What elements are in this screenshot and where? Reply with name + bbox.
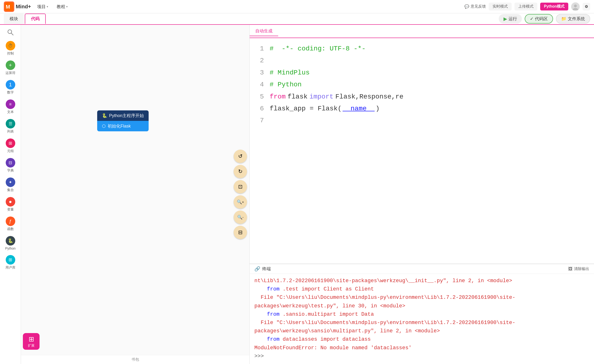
python-mode-button[interactable]: Python模式 (540, 3, 568, 10)
sidebar-item-python[interactable]: 🐍 Python (1, 234, 20, 252)
fit-button[interactable]: ⊟ (234, 226, 247, 239)
terminal-line: from .sansio.multipart import Data (254, 310, 589, 318)
canvas-footer: 书包 (21, 355, 249, 364)
logo-text: Mind+ (16, 4, 31, 10)
topbar-left: M Mind+ 项目 ▾ 教程 ▾ (4, 1, 70, 12)
tabbar-right: ▶ 运行 ✓ 代码区 📁 文件系统 (499, 14, 590, 24)
text-icon: ≡ (6, 99, 15, 109)
realtime-mode-button[interactable]: 实时模式 (489, 3, 512, 10)
code-text: # -*- coding: UTF-8 -*- (270, 43, 366, 55)
operators-icon: + (6, 60, 15, 70)
chevron-down-icon: ▾ (66, 5, 68, 8)
sidebar-item-set[interactable]: ✦ 集合 (1, 176, 20, 194)
sidebar-item-numbers[interactable]: 1 数字 (1, 78, 20, 97)
control-icon: ⏱ (6, 41, 15, 51)
code-area-button[interactable]: ✓ 代码区 (525, 14, 553, 24)
settings-icon[interactable]: ⚙ (583, 3, 590, 10)
code-line-5: 5 from flask import Flask,Response,re (254, 91, 589, 103)
svg-line-5 (11, 33, 13, 35)
line-number: 2 (254, 55, 264, 67)
line-number: 7 (254, 115, 264, 127)
terminal-line: File "C:\Users\liu\Documents\mindplus-py… (254, 318, 589, 335)
numbers-icon: 1 (6, 80, 15, 90)
code-tab-autogenerate[interactable]: 自动生成 (250, 26, 278, 36)
code-text: flask (287, 91, 307, 103)
topbar: M Mind+ 项目 ▾ 教程 ▾ 💬 意见反馈 实时模式 上传模式 Pytho… (0, 0, 594, 13)
tabbar-left: 模块 代码 (4, 13, 46, 24)
terminal-content[interactable]: nt\Lib\1.7.2-202206161900\site-packages\… (250, 274, 594, 364)
line-number: 1 (254, 43, 264, 55)
extend-icon: ⊞ (29, 335, 34, 343)
tuple-icon: ⊞ (6, 138, 15, 148)
svg-text:M: M (6, 4, 10, 10)
terminal-line: ModuleNotFoundError: No module named 'da… (254, 344, 589, 352)
code-icon: ✓ (530, 16, 533, 21)
code-text: # MindPlus (270, 67, 310, 79)
right-panel: 自动生成 1 # -*- coding: UTF-8 -*- 2 3 # Min… (250, 25, 594, 364)
terminal-line: from dataclasses import dataclass (254, 335, 589, 344)
terminal-header: 🔗 终端 🖼 清除输出 (250, 264, 594, 274)
feedback-icon: 💬 (465, 4, 469, 9)
upload-mode-button[interactable]: 上传模式 (514, 3, 537, 10)
nav-project[interactable]: 项目 ▾ (35, 2, 50, 11)
dunder-name: __name__ (343, 103, 374, 115)
flask-icon: ⬡ (102, 124, 106, 129)
python-block[interactable]: 🐍 Python主程序开始 ⬡ 初始化Flask (97, 110, 148, 131)
clear-icon: 🖼 (568, 266, 573, 272)
code-line-4: 4 # Python (254, 79, 589, 91)
feedback-button[interactable]: 💬 意见反馈 (465, 4, 486, 9)
clear-output-button[interactable]: 🖼 清除输出 (568, 266, 589, 272)
line-number: 6 (254, 103, 264, 115)
logo: M Mind+ (4, 1, 31, 12)
canvas-controls: ↺ ↻ ⊡ 🔍+ 🔍- ⊟ (234, 150, 247, 239)
sidebar-item-list[interactable]: ☰ 列表 (1, 117, 20, 136)
terminal-line: File "C:\Users\liu\Documents\mindplus-py… (254, 293, 589, 310)
sidebar-item-control[interactable]: ⏱ 控制 (1, 39, 20, 58)
folder-icon: 📁 (561, 16, 566, 21)
block-header: 🐍 Python主程序开始 (97, 110, 148, 121)
main-layout: ⏱ 控制 + 运算符 1 数字 ≡ 文本 ☰ 列表 ⊞ 元组 ⊟ 字典 ✦ 集合 (0, 25, 594, 364)
function-icon: ƒ (6, 216, 15, 226)
sidebar-item-operators[interactable]: + 运算符 (1, 58, 20, 77)
terminal-area: 🔗 终端 🖼 清除输出 nt\Lib\1.7.2-202206161900\si… (250, 264, 594, 364)
block-body: ⬡ 初始化Flask (97, 121, 148, 131)
sidebar-item-tuple[interactable]: ⊞ 元组 (1, 136, 20, 155)
sidebar-item-text[interactable]: ≡ 文本 (1, 98, 20, 116)
sidebar-item-variable[interactable]: ● 变量 (1, 195, 20, 214)
sidebar-item-function[interactable]: ƒ 函数 (1, 214, 20, 233)
code-text: ) (376, 103, 380, 115)
avatar[interactable] (571, 2, 580, 11)
undo-button[interactable]: ↺ (234, 150, 247, 163)
zoom-out-button[interactable]: 🔍- (234, 211, 247, 224)
code-text: # Python (270, 79, 302, 91)
dict-icon: ⊟ (6, 158, 15, 168)
list-icon: ☰ (6, 119, 15, 129)
zoom-in-button[interactable]: 🔍+ (234, 195, 247, 209)
keyword-from: from (270, 91, 286, 103)
userlib-icon: ⊞ (6, 255, 15, 265)
sidebar-item-dict[interactable]: ⊟ 字典 (1, 156, 20, 175)
keyword-import: import (309, 91, 333, 103)
code-text: flask_app = Flask( (270, 103, 342, 115)
nav-tutorial[interactable]: 教程 ▾ (54, 2, 70, 11)
svg-point-4 (8, 30, 12, 33)
link-icon: 🔗 (254, 266, 260, 272)
svg-point-3 (573, 8, 578, 10)
variable-icon: ● (6, 197, 15, 207)
tab-blocks[interactable]: 模块 (4, 13, 24, 24)
code-text: Flask,Response,re (335, 91, 404, 103)
code-content: 1 # -*- coding: UTF-8 -*- 2 3 # MindPlus… (250, 38, 594, 131)
sidebar-item-userlib[interactable]: ⊞ 用户库 (1, 253, 20, 272)
search-button[interactable] (5, 27, 16, 38)
crop-button[interactable]: ⊡ (234, 180, 247, 193)
topbar-right: 💬 意见反馈 实时模式 上传模式 Python模式 ⚙ (465, 2, 590, 11)
filesystem-button[interactable]: 📁 文件系统 (556, 14, 590, 24)
extend-button[interactable]: ⊞ 扩展 (23, 333, 40, 350)
terminal-prompt: >>> (254, 352, 589, 360)
redo-button[interactable]: ↻ (234, 165, 247, 178)
tab-code[interactable]: 代码 (25, 13, 46, 24)
play-icon: ▶ (504, 16, 507, 22)
sidebar: ⏱ 控制 + 运算符 1 数字 ≡ 文本 ☰ 列表 ⊞ 元组 ⊟ 字典 ✦ 集合 (0, 25, 21, 364)
run-button[interactable]: ▶ 运行 (499, 14, 522, 24)
canvas-area: 🐍 Python主程序开始 ⬡ 初始化Flask ↺ ↻ ⊡ 🔍+ 🔍- ⊟ 书… (21, 25, 250, 364)
